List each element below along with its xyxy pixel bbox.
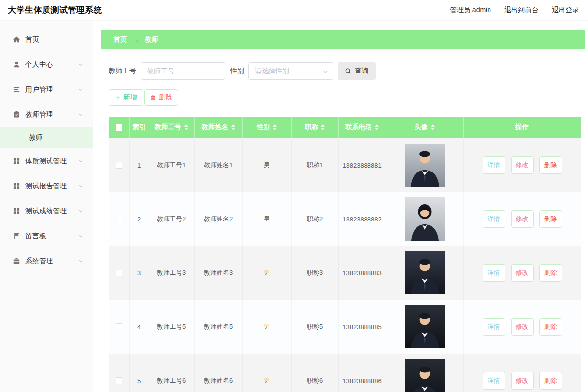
home-icon xyxy=(13,36,20,43)
row-checkbox[interactable] xyxy=(116,323,122,330)
detail-button[interactable]: 详情 xyxy=(483,156,505,174)
sidebar-item-personal[interactable]: 个人中心 xyxy=(0,52,93,77)
add-button-label: 新增 xyxy=(123,93,137,102)
table-row: 5教师工号6教师姓名6男职称613823888886详情修改删除 xyxy=(109,354,581,392)
job-no-input[interactable] xyxy=(141,62,225,80)
breadcrumb-item[interactable]: 首页 xyxy=(113,35,127,44)
job-no-label: 教师工号 xyxy=(109,67,136,75)
sort-carets-icon[interactable] xyxy=(273,124,277,130)
edit-button[interactable]: 修改 xyxy=(511,264,534,282)
sidebar-item-system[interactable]: 系统管理 xyxy=(0,248,93,273)
sidebar-item-messages[interactable]: 留言板 xyxy=(0,223,93,248)
sidebar-subitem-教师[interactable]: 教师 xyxy=(0,127,93,148)
cell-index: 5 xyxy=(130,354,148,392)
breadcrumb: 首页→教师 xyxy=(101,30,585,49)
column-header-gender[interactable]: 性别 xyxy=(243,117,292,138)
cell-title: 职称2 xyxy=(292,192,339,246)
edit-button[interactable]: 修改 xyxy=(511,372,534,390)
delete-row-button[interactable]: 删除 xyxy=(539,156,562,174)
edit-button[interactable]: 修改 xyxy=(511,210,534,228)
teacher-photo xyxy=(405,197,445,241)
sort-carets-icon[interactable] xyxy=(231,124,235,130)
sort-carets-icon[interactable] xyxy=(431,124,435,130)
sort-carets-icon[interactable] xyxy=(184,124,188,130)
chevron-down-icon xyxy=(78,233,84,239)
chevron-down-icon xyxy=(78,87,84,93)
sidebar-item-scores[interactable]: 测试成绩管理 xyxy=(0,198,93,223)
row-checkbox[interactable] xyxy=(116,377,122,384)
breadcrumb-separator: → xyxy=(132,36,139,44)
column-header-ops: 操作 xyxy=(464,117,581,138)
column-header-label: 索引 xyxy=(132,123,146,132)
column-header-label: 教师工号 xyxy=(155,123,181,132)
select-all-checkbox[interactable] xyxy=(116,124,122,131)
table-body: 1教师工号1教师姓名1男职称113823888881详情修改删除2教师工号2教师… xyxy=(109,138,581,392)
header-link[interactable]: 退出到前台 xyxy=(504,6,539,15)
search-button-label: 查询 xyxy=(355,67,368,75)
delete-row-button[interactable]: 删除 xyxy=(539,210,562,228)
cell-phone: 13823888886 xyxy=(339,354,386,392)
teacher-photo xyxy=(405,305,445,348)
flag-icon xyxy=(13,232,20,240)
cell-gender: 男 xyxy=(243,300,292,354)
cell-gender: 男 xyxy=(243,192,292,246)
column-header-label: 教师姓名 xyxy=(202,123,228,132)
sidebar-item-label: 教师管理 xyxy=(25,110,78,119)
cell-title: 职称5 xyxy=(292,300,339,354)
table-header-row: 索引教师工号教师姓名性别职称联系电话头像操作 xyxy=(109,117,581,138)
sidebar-item-label: 个人中心 xyxy=(25,60,78,69)
sidebar-item-label: 留言板 xyxy=(25,232,78,241)
row-checkbox[interactable] xyxy=(116,162,122,169)
sidebar-item-home[interactable]: 首页 xyxy=(0,27,93,52)
delete-row-button[interactable]: 删除 xyxy=(539,264,562,282)
cell-ops: 详情修改删除 xyxy=(464,300,581,354)
clipboard-icon xyxy=(13,111,20,118)
chevron-down-icon xyxy=(322,69,328,74)
edit-button[interactable]: 修改 xyxy=(511,156,534,174)
row-checkbox[interactable] xyxy=(116,270,122,276)
gender-label: 性别 xyxy=(230,67,244,75)
cell-check xyxy=(109,354,130,392)
detail-button[interactable]: 详情 xyxy=(483,264,505,282)
sidebar-item-teachers[interactable]: 教师管理 xyxy=(0,102,93,127)
column-header-phone[interactable]: 联系电话 xyxy=(339,117,386,138)
sidebar-item-fitness[interactable]: 体质测试管理 xyxy=(0,148,93,173)
row-checkbox[interactable] xyxy=(116,216,122,222)
column-header-jobno[interactable]: 教师工号 xyxy=(148,117,195,138)
trash-icon xyxy=(150,95,156,101)
cell-avatar xyxy=(386,246,464,300)
gender-select[interactable]: 请选择性别 xyxy=(248,62,333,80)
column-header-title[interactable]: 职称 xyxy=(292,117,339,138)
chevron-down-icon xyxy=(78,62,84,68)
sidebar-item-reports[interactable]: 测试报告管理 xyxy=(0,173,93,198)
sort-carets-icon[interactable] xyxy=(375,124,379,130)
cell-check xyxy=(109,192,130,246)
search-button[interactable]: 查询 xyxy=(338,62,376,80)
sort-carets-icon[interactable] xyxy=(321,124,325,130)
sidebar-item-users[interactable]: 用户管理 xyxy=(0,77,93,102)
grid-icon xyxy=(13,207,20,215)
cell-name: 教师姓名2 xyxy=(195,192,243,246)
delete-row-button[interactable]: 删除 xyxy=(539,318,562,336)
sidebar-item-label: 系统管理 xyxy=(25,257,78,266)
cell-phone: 13823888883 xyxy=(339,246,386,300)
detail-button[interactable]: 详情 xyxy=(483,210,505,228)
header-link[interactable]: 退出登录 xyxy=(552,6,579,15)
sidebar-item-label: 体质测试管理 xyxy=(25,157,78,166)
cell-name: 教师姓名1 xyxy=(195,138,243,192)
cell-avatar xyxy=(386,300,464,354)
column-header-name[interactable]: 教师姓名 xyxy=(195,117,243,138)
detail-button[interactable]: 详情 xyxy=(483,372,505,390)
column-header-avatar[interactable]: 头像 xyxy=(386,117,464,138)
add-button[interactable]: 新增 xyxy=(109,89,143,106)
sidebar-item-label: 用户管理 xyxy=(25,85,78,94)
cell-jobno: 教师工号6 xyxy=(148,354,195,392)
edit-button[interactable]: 修改 xyxy=(511,318,534,336)
cell-ops: 详情修改删除 xyxy=(464,192,581,246)
gender-select-placeholder: 请选择性别 xyxy=(255,67,289,75)
delete-button[interactable]: 删除 xyxy=(144,89,178,106)
detail-button[interactable]: 详情 xyxy=(483,318,505,336)
teacher-photo xyxy=(405,251,445,294)
cell-index: 2 xyxy=(130,192,148,246)
delete-row-button[interactable]: 删除 xyxy=(539,372,562,390)
